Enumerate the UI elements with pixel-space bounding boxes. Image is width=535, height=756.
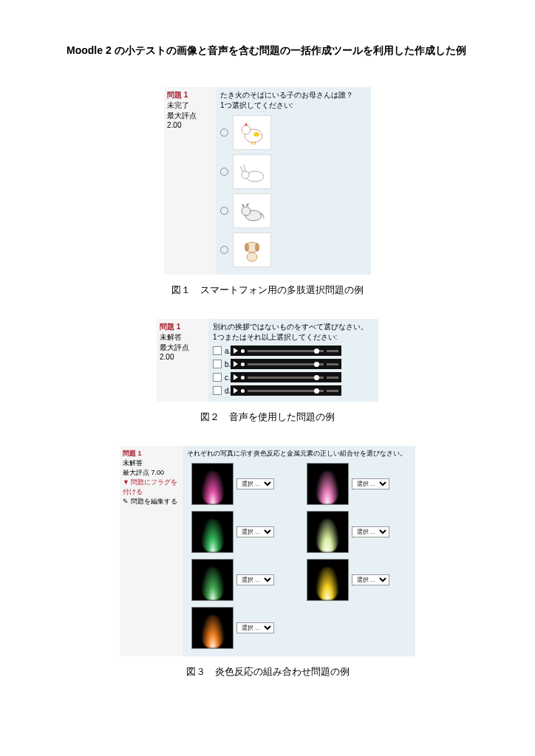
question-maxscore: 最大評点 2.00 xyxy=(160,343,205,361)
flame-image xyxy=(191,511,234,553)
element-select[interactable]: 選択 ... xyxy=(352,526,389,537)
cat-image xyxy=(233,193,271,228)
question-text: それぞれの写真に示す炎色反応と金属元素の正しい組合せを選びなさい。 xyxy=(187,449,411,458)
option-label: c. xyxy=(225,374,231,382)
progress-dot-icon xyxy=(241,362,245,366)
question-body: たき火のそばにいる子のお母さんは誰？ 1つ選択してください: xyxy=(216,87,371,275)
svg-point-1 xyxy=(242,126,251,134)
play-icon[interactable] xyxy=(234,374,238,380)
question-number: 問題 1 xyxy=(160,322,205,332)
svg-point-2 xyxy=(253,132,259,137)
flame-image xyxy=(191,607,234,649)
question-sidebar: 問題 1 未解答 最大評点 7.00 ▼ 問題にフラグを付ける ✎ 問題を編集す… xyxy=(120,446,183,656)
question-status: 未完了 xyxy=(167,100,213,111)
audio-option[interactable]: b. xyxy=(213,359,374,369)
audio-option[interactable]: a. xyxy=(213,346,374,356)
flame-option: 選択 ... xyxy=(307,463,407,505)
svg-point-10 xyxy=(247,252,257,261)
seek-track[interactable] xyxy=(248,390,324,392)
option-rabbit[interactable] xyxy=(220,154,367,189)
element-select[interactable]: 選択 ... xyxy=(352,478,389,489)
edit-question-link[interactable]: ✎ 問題を編集する xyxy=(123,497,180,506)
element-select[interactable]: 選択 ... xyxy=(236,478,274,489)
element-select[interactable]: 選択 ... xyxy=(352,574,389,585)
option-chicken[interactable] xyxy=(220,115,367,150)
volume-icon[interactable] xyxy=(327,377,338,379)
figure-3-caption: 図３ 炎色反応の組み合わせ問題の例 xyxy=(67,665,468,678)
figure-1-caption: 図１ スマートフォン用の多肢選択問題の例 xyxy=(67,284,468,297)
element-select[interactable]: 選択 ... xyxy=(236,526,274,537)
flame-option: 選択 ... xyxy=(307,511,407,553)
radio-icon[interactable] xyxy=(220,207,228,215)
play-icon[interactable] xyxy=(234,388,238,394)
audio-player[interactable] xyxy=(231,359,341,369)
option-label: a. xyxy=(225,347,231,355)
audio-player[interactable] xyxy=(231,346,341,356)
svg-point-9 xyxy=(255,243,259,252)
flame-image xyxy=(307,559,349,601)
radio-icon[interactable] xyxy=(220,128,228,137)
checkbox-icon[interactable] xyxy=(213,346,222,355)
figure-1: 問題 1 未完了 最大評点 2.00 たき火のそばにいる子のお母さんは誰？ 1つ… xyxy=(164,87,371,275)
flame-option: 選択 ... xyxy=(191,463,292,505)
element-select[interactable]: 選択 ... xyxy=(236,574,274,585)
progress-dot-icon xyxy=(241,349,245,353)
flag-question-link[interactable]: ▼ 問題にフラグを付ける xyxy=(123,478,180,497)
question-sidebar: 問題 1 未完了 最大評点 2.00 xyxy=(164,87,216,275)
svg-point-4 xyxy=(242,171,249,179)
question-instruction: 1つまたはそれ以上選択してください: xyxy=(213,332,374,343)
rabbit-image xyxy=(233,154,271,189)
question-maxscore: 最大評点 2.00 xyxy=(167,111,213,129)
chicken-image xyxy=(233,115,271,150)
seek-track[interactable] xyxy=(248,377,324,379)
question-number: 問題 1 xyxy=(123,449,180,458)
flame-image xyxy=(307,463,349,505)
radio-icon[interactable] xyxy=(220,168,228,176)
question-sidebar: 問題 1 未解答 最大評点 2.00 xyxy=(157,319,208,402)
question-text: 別れの挨拶ではないものをすべて選びなさい。 xyxy=(213,322,374,332)
page-title: Moodle 2 の小テストの画像と音声を含む問題の一括作成ツールを利用した作成… xyxy=(67,44,468,58)
checkbox-icon[interactable] xyxy=(213,373,222,382)
audio-player[interactable] xyxy=(231,372,341,382)
question-text: たき火のそばにいる子のお母さんは誰？ xyxy=(220,90,367,100)
audio-option[interactable]: c. xyxy=(213,372,374,382)
svg-point-8 xyxy=(245,243,249,252)
svg-point-6 xyxy=(242,207,251,216)
option-label: b. xyxy=(225,360,231,368)
figure-3: 問題 1 未解答 最大評点 7.00 ▼ 問題にフラグを付ける ✎ 問題を編集す… xyxy=(120,446,415,656)
flame-option: 選択 ... xyxy=(191,511,292,553)
checkbox-icon[interactable] xyxy=(213,386,222,395)
element-select[interactable]: 選択 ... xyxy=(236,622,274,633)
flame-image xyxy=(191,559,234,601)
progress-dot-icon xyxy=(241,389,245,393)
flame-option: 選択 ... xyxy=(191,607,292,649)
question-body: 別れの挨拶ではないものをすべて選びなさい。 1つまたはそれ以上選択してください:… xyxy=(208,319,378,402)
question-status: 未解答 xyxy=(160,332,205,343)
seek-track[interactable] xyxy=(248,350,324,352)
volume-icon[interactable] xyxy=(327,363,338,365)
flame-option: 選択 ... xyxy=(191,559,292,601)
progress-dot-icon xyxy=(241,376,245,379)
audio-player[interactable] xyxy=(231,385,341,396)
question-instruction: 1つ選択してください: xyxy=(220,100,367,111)
flame-image xyxy=(307,511,349,553)
seek-track[interactable] xyxy=(248,363,324,365)
audio-option[interactable]: d. xyxy=(213,385,374,396)
option-label: d. xyxy=(225,387,231,395)
figure-2: 問題 1 未解答 最大評点 2.00 別れの挨拶ではないものをすべて選びなさい。… xyxy=(157,319,378,402)
question-number: 問題 1 xyxy=(167,90,213,100)
checkbox-icon[interactable] xyxy=(213,360,222,368)
option-cat[interactable] xyxy=(220,193,367,228)
flame-option: 選択 ... xyxy=(307,559,407,601)
volume-icon[interactable] xyxy=(327,350,338,352)
question-status: 未解答 xyxy=(123,458,180,468)
flame-image xyxy=(191,463,234,505)
play-icon[interactable] xyxy=(234,348,238,354)
option-dog[interactable] xyxy=(220,233,367,267)
question-body: それぞれの写真に示す炎色反応と金属元素の正しい組合せを選びなさい。 選択 ...… xyxy=(183,446,415,656)
play-icon[interactable] xyxy=(234,361,238,367)
radio-icon[interactable] xyxy=(220,246,228,254)
dog-image xyxy=(233,233,271,267)
figure-2-caption: 図２ 音声を使用した問題の例 xyxy=(67,410,468,424)
volume-icon[interactable] xyxy=(327,390,338,392)
